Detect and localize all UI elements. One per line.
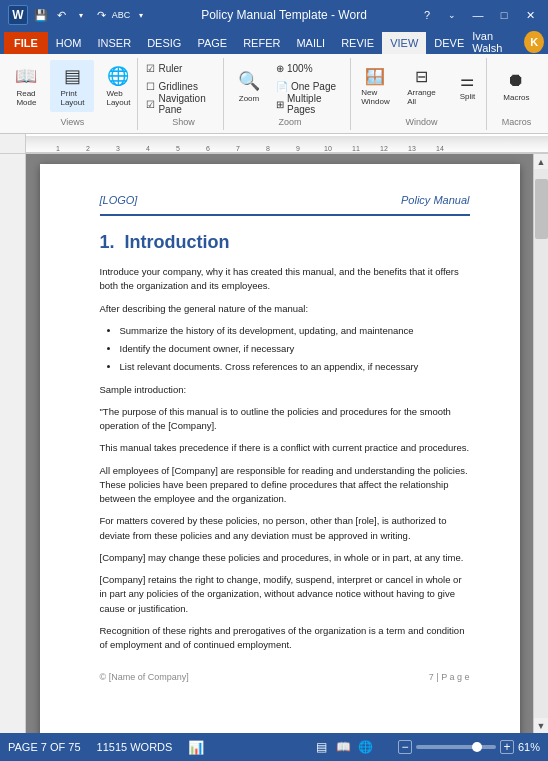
zoom-slider[interactable]	[416, 745, 496, 749]
split-icon: ⚌	[460, 71, 474, 90]
navigation-checkbox[interactable]: ☑ Navigation Pane	[143, 96, 223, 112]
user-area: Ivan Walsh K	[472, 30, 544, 54]
ribbon-toggle-button[interactable]: ⌄	[442, 5, 462, 25]
undo-dropdown-button[interactable]: ▾	[72, 6, 90, 24]
minimize-button[interactable]: —	[468, 5, 488, 25]
show-group-label: Show	[172, 117, 195, 127]
print-layout-button[interactable]: ▤ PrintLayout	[50, 60, 94, 112]
web-view-icon[interactable]: 🌐	[358, 739, 374, 755]
new-window-label: NewWindow	[361, 88, 389, 106]
scroll-track[interactable]	[534, 169, 549, 718]
read-mode-icon: 📖	[15, 65, 37, 87]
multiple-pages-label: Multiple Pages	[287, 93, 350, 115]
arrange-all-icon: ⊟	[415, 67, 428, 86]
ribbon-tab-bar: FILE HOM INSER DESIG PAGE REFER MAILI RE…	[0, 30, 548, 54]
tab-mailings[interactable]: MAILI	[288, 32, 333, 54]
maximize-button[interactable]: □	[494, 5, 514, 25]
zoom-100-label: 100%	[287, 63, 313, 74]
zoom-percentage[interactable]: 61%	[518, 741, 540, 753]
zoom-100-button[interactable]: ⊕ 100%	[273, 60, 353, 76]
undo-button[interactable]: ↶	[52, 6, 70, 24]
abc-check-button[interactable]: ABC	[112, 6, 130, 24]
read-mode-view-icon[interactable]: 📖	[336, 739, 352, 755]
close-button[interactable]: ✕	[520, 5, 540, 25]
customize-qa-button[interactable]: ▾	[132, 6, 150, 24]
bullet-item-1: Summarize the history of its development…	[120, 324, 470, 338]
paragraph-intro: Introduce your company, why it has creat…	[100, 265, 470, 294]
ribbon-content: 📖 ReadMode ▤ PrintLayout 🌐 WebLayout Vie…	[0, 54, 548, 134]
tab-view[interactable]: VIEW	[382, 32, 426, 54]
tab-design[interactable]: DESIG	[139, 32, 189, 54]
vertical-scrollbar[interactable]: ▲ ▼	[533, 154, 548, 733]
section-title: Introduction	[125, 232, 230, 252]
sample-quote: "The purpose of this manual is to outlin…	[100, 405, 470, 434]
tab-insert[interactable]: INSER	[90, 32, 140, 54]
tab-home[interactable]: HOM	[48, 32, 90, 54]
paragraph-deviate: For matters covered by these policies, n…	[100, 514, 470, 543]
document-page: [LOGO] Policy Manual 1. Introduction Int…	[40, 164, 520, 733]
save-button[interactable]: 💾	[32, 6, 50, 24]
tab-file[interactable]: FILE	[4, 32, 48, 54]
tab-references[interactable]: REFER	[235, 32, 288, 54]
word-count[interactable]: 11515 WORDS	[97, 741, 173, 753]
zoom-slider-thumb[interactable]	[472, 742, 482, 752]
status-bar: PAGE 7 OF 75 11515 WORDS 📊 ▤ 📖 🌐 − + 61%	[0, 733, 548, 761]
footer-company: © [Name of Company]	[100, 672, 189, 682]
main-area: [LOGO] Policy Manual 1. Introduction Int…	[0, 154, 548, 733]
print-layout-icon: ▤	[64, 65, 81, 87]
document-container[interactable]: [LOGO] Policy Manual 1. Introduction Int…	[26, 154, 533, 733]
gridlines-checkbox[interactable]: ☐ Gridlines	[143, 78, 223, 94]
one-page-button[interactable]: 📄 One Page	[273, 78, 353, 94]
tab-page[interactable]: PAGE	[189, 32, 235, 54]
print-layout-view-icon[interactable]: ▤	[314, 739, 330, 755]
web-layout-button[interactable]: 🌐 WebLayout	[96, 60, 140, 112]
web-layout-icon: 🌐	[107, 65, 129, 87]
macros-icon: ⏺	[507, 70, 525, 91]
read-mode-button[interactable]: 📖 ReadMode	[4, 60, 48, 112]
document-header: [LOGO] Policy Manual	[100, 194, 470, 216]
one-page-icon: 📄	[276, 81, 288, 92]
sample-label: Sample introduction:	[100, 383, 470, 397]
tab-developer[interactable]: DEVE	[426, 32, 472, 54]
paragraph-change: [Company] may change these policies and …	[100, 551, 470, 565]
split-label: Split	[460, 92, 476, 101]
user-avatar[interactable]: K	[524, 31, 544, 53]
zoom-out-button[interactable]: −	[398, 740, 412, 754]
new-window-icon: 🪟	[365, 67, 385, 86]
track-changes-icon[interactable]: 📊	[188, 740, 204, 755]
ruler-checkbox[interactable]: ☑ Ruler	[143, 60, 223, 76]
view-mode-icons: ▤ 📖 🌐	[314, 739, 374, 755]
section-heading: 1. Introduction	[100, 232, 470, 253]
split-button[interactable]: ⚌ Split	[445, 60, 489, 112]
navigation-label: Navigation Pane	[158, 93, 220, 115]
bullet-item-3: List relevant documents. Cross reference…	[120, 360, 470, 374]
arrange-all-button[interactable]: ⊟ ArrangeAll	[399, 60, 443, 112]
macros-group-label: Macros	[502, 117, 532, 127]
zoom-in-button[interactable]: +	[500, 740, 514, 754]
ruler-label: Ruler	[158, 63, 182, 74]
new-window-button[interactable]: 🪟 NewWindow	[353, 60, 397, 112]
macros-label: Macros	[503, 93, 529, 102]
ribbon-group-window: 🪟 NewWindow ⊟ ArrangeAll ⚌ Split Window	[357, 58, 487, 130]
tab-review[interactable]: REVIE	[333, 32, 382, 54]
macros-button[interactable]: ⏺ Macros	[494, 60, 538, 112]
ribbon-group-views: 📖 ReadMode ▤ PrintLayout 🌐 WebLayout Vie…	[8, 58, 138, 130]
redo-button[interactable]: ↷	[92, 6, 110, 24]
help-button[interactable]: ?	[418, 6, 436, 24]
multiple-pages-button[interactable]: ⊞ Multiple Pages	[273, 96, 353, 112]
horizontal-ruler: 1 2 3 4 5 6 7 8 9 10 11 12 13 14	[26, 134, 548, 153]
page-info[interactable]: PAGE 7 OF 75	[8, 741, 81, 753]
user-name: Ivan Walsh	[472, 30, 520, 54]
zoom-area: − + 61%	[398, 740, 540, 754]
ribbon-group-zoom: 🔍 Zoom ⊕ 100% 📄 One Page ⊞ Multiple Page…	[230, 58, 351, 130]
scroll-thumb[interactable]	[535, 179, 548, 239]
zoom-button[interactable]: 🔍 Zoom	[227, 60, 271, 112]
scroll-up-arrow[interactable]: ▲	[534, 154, 549, 169]
scroll-down-arrow[interactable]: ▼	[534, 718, 549, 733]
zoom-label: Zoom	[239, 94, 259, 103]
bullet-item-2: Identify the document owner, if necessar…	[120, 342, 470, 356]
footer-page-number: 7 | P a g e	[429, 672, 470, 682]
left-margin-gutter	[0, 154, 26, 733]
window-title: Policy Manual Template - Word	[150, 8, 418, 22]
left-ruler-gutter	[0, 134, 26, 153]
